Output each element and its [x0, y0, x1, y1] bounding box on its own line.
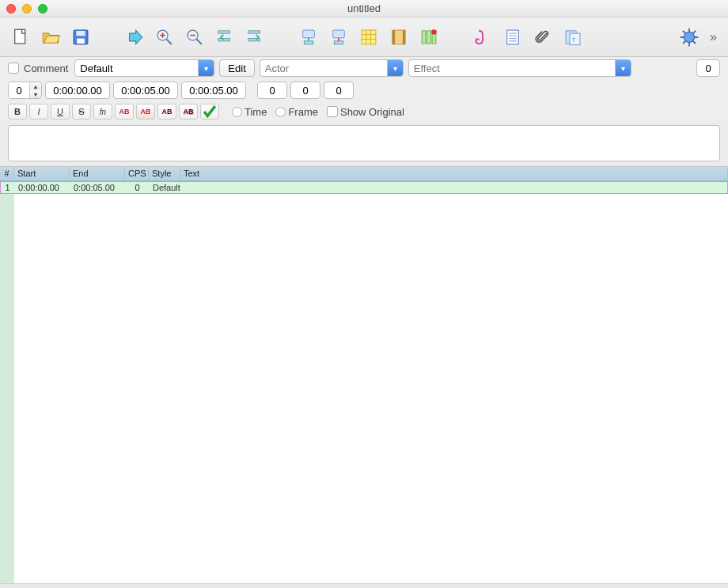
style-manager-button[interactable] — [470, 25, 495, 50]
shift-video-end-button[interactable] — [326, 25, 351, 50]
jump-start-button[interactable] — [212, 25, 237, 50]
svg-line-44 — [683, 30, 685, 32]
svg-line-9 — [196, 39, 202, 44]
char-count-box — [696, 59, 720, 77]
margin-right-input[interactable] — [290, 82, 320, 99]
svg-rect-3 — [77, 38, 85, 44]
cell-cps: 0 — [126, 182, 150, 193]
time-mode-radio[interactable] — [232, 107, 242, 117]
cell-num: 1 — [1, 182, 15, 193]
italic-button[interactable]: I — [29, 104, 48, 119]
maximize-window-button[interactable] — [38, 4, 47, 13]
header-style[interactable]: Style — [149, 167, 180, 180]
header-start[interactable]: Start — [14, 167, 70, 180]
underline-button[interactable]: U — [51, 104, 70, 119]
comment-checkbox[interactable] — [8, 63, 19, 74]
grid-body[interactable] — [0, 194, 728, 583]
actor-combo[interactable]: ▾ — [260, 59, 404, 77]
effect-combo-input[interactable] — [409, 60, 615, 76]
show-original-checkbox[interactable] — [327, 106, 338, 117]
shift-video-start-button[interactable] — [296, 25, 321, 50]
actor-combo-arrow[interactable]: ▾ — [387, 59, 403, 77]
header-text[interactable]: Text — [180, 167, 728, 180]
header-num[interactable]: # — [0, 167, 14, 180]
toolbar-overflow-button[interactable]: » — [707, 30, 720, 44]
shift-times-button[interactable]: T — [560, 25, 586, 50]
cell-end: 0:00:05.00 — [70, 182, 126, 193]
zoom-in-button[interactable] — [152, 25, 177, 50]
svg-text:T: T — [571, 36, 575, 43]
color3-button[interactable]: AB — [157, 104, 176, 119]
comment-label: Comment — [24, 63, 68, 74]
edit-style-button[interactable]: Edit — [219, 59, 254, 77]
svg-rect-25 — [392, 30, 395, 44]
actor-combo-input[interactable] — [260, 60, 387, 76]
start-time-input[interactable] — [45, 82, 110, 99]
new-file-button[interactable] — [8, 25, 33, 50]
svg-rect-19 — [362, 30, 376, 44]
svg-rect-27 — [422, 30, 426, 43]
zoom-out-button[interactable] — [182, 25, 207, 50]
main-toolbar: T » — [0, 17, 728, 57]
color1-button[interactable]: AB — [115, 104, 134, 119]
svg-rect-14 — [248, 38, 260, 40]
svg-line-5 — [166, 39, 172, 44]
svg-line-47 — [693, 30, 696, 32]
style-combo[interactable]: ▾ — [74, 59, 214, 77]
show-original-label: Show Original — [340, 106, 404, 118]
grid-canvas[interactable] — [14, 194, 728, 583]
layer-spinbox[interactable]: ▲▼ — [8, 82, 42, 99]
window-title: untitled — [47, 2, 681, 14]
subtitle-grid: # Start End CPS Style Text 1 0:00:00.00 … — [0, 166, 728, 583]
jump-selection-button[interactable] — [242, 25, 267, 50]
close-window-button[interactable] — [6, 4, 16, 13]
effect-combo[interactable]: ▾ — [408, 59, 631, 77]
svg-point-39 — [684, 32, 695, 42]
svg-rect-31 — [507, 30, 519, 44]
film-button[interactable] — [386, 25, 411, 50]
duration-input[interactable] — [181, 82, 246, 99]
style-combo-input[interactable] — [75, 60, 198, 76]
minimize-window-button[interactable] — [22, 4, 32, 13]
margin-vertical-input[interactable] — [324, 82, 354, 99]
save-button[interactable] — [68, 25, 93, 50]
svg-rect-15 — [303, 30, 315, 38]
svg-rect-28 — [427, 30, 431, 43]
layer-input[interactable] — [9, 82, 29, 98]
end-time-input[interactable] — [113, 82, 178, 99]
layer-down[interactable]: ▼ — [30, 90, 41, 98]
svg-point-30 — [431, 29, 437, 35]
automation-button[interactable] — [677, 25, 702, 50]
columns-button[interactable] — [416, 25, 442, 50]
forward-button[interactable] — [122, 25, 147, 50]
svg-rect-13 — [248, 30, 260, 32]
notes-button[interactable] — [500, 25, 525, 50]
spreadsheet-button[interactable] — [356, 25, 381, 50]
bold-button[interactable]: B — [8, 104, 27, 119]
svg-rect-17 — [333, 30, 345, 38]
grid-row[interactable]: 1 0:00:00.00 0:00:05.00 0 Default — [0, 181, 728, 194]
style-combo-arrow[interactable]: ▾ — [198, 59, 214, 77]
cell-text — [181, 182, 727, 193]
header-cps[interactable]: CPS — [125, 167, 149, 180]
margin-left-input[interactable] — [257, 82, 287, 99]
attachment-button[interactable] — [530, 25, 555, 50]
status-bar — [0, 583, 728, 588]
open-file-button[interactable] — [38, 25, 63, 50]
svg-rect-26 — [403, 30, 405, 44]
color4-button[interactable]: AB — [179, 104, 198, 119]
svg-line-45 — [693, 40, 696, 43]
color2-button[interactable]: AB — [136, 104, 155, 119]
font-button[interactable]: fn — [93, 104, 112, 119]
commit-button[interactable] — [200, 104, 219, 119]
subtitle-text-area[interactable] — [8, 125, 720, 161]
layer-up[interactable]: ▲ — [30, 82, 41, 90]
effect-combo-arrow[interactable]: ▾ — [615, 59, 631, 77]
window-controls — [6, 4, 47, 13]
format-row: B I U S fn AB AB AB AB Time Frame Show O… — [0, 101, 728, 122]
frame-mode-radio[interactable] — [275, 107, 286, 117]
svg-rect-18 — [334, 40, 343, 44]
strike-button[interactable]: S — [72, 104, 91, 119]
header-end[interactable]: End — [70, 167, 125, 180]
grid-gutter — [0, 194, 14, 583]
